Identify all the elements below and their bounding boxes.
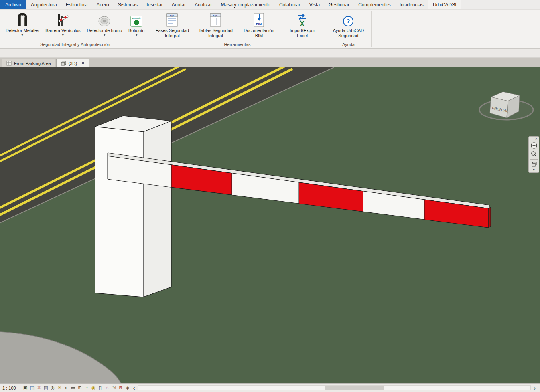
worksharing-display-icon[interactable]: ▣: [22, 384, 29, 391]
first-aid-kit-icon: BOTIQUÍN: [130, 12, 142, 28]
menu-tab-gestionar[interactable]: Gestionar: [324, 0, 354, 9]
ribbon-button-label: Barrera Vehículos: [45, 28, 80, 33]
temporary-view-properties-icon[interactable]: ▯: [97, 384, 104, 391]
barrier-pillar: [95, 116, 171, 297]
menu-tab-masa-y-emplazamiento[interactable]: Masa y emplazamiento: [217, 0, 275, 9]
menu-tab-sistemas[interactable]: Sistemas: [114, 0, 142, 9]
svg-text:BIM: BIM: [256, 22, 262, 26]
ribbon-group-caption: Ayuda: [327, 42, 370, 48]
3d-view-icon: [61, 61, 66, 66]
ribbon-button-documentacion-bim[interactable]: BIM Documentación BIM: [237, 11, 280, 42]
view-tab-from-parking-area[interactable]: From Parking Area: [2, 59, 55, 67]
ribbon: Detector Metales ▾: [0, 10, 540, 49]
close-hidden-windows-icon[interactable]: ✕: [36, 384, 43, 391]
svg-text:X: X: [300, 20, 305, 27]
view-tab-3d[interactable]: {3D} ✕: [56, 59, 89, 67]
scroll-left-icon[interactable]: ‹: [131, 385, 137, 391]
sys-document-icon: SyS: [166, 12, 178, 28]
detail-level-icon[interactable]: ▤: [43, 384, 49, 391]
file-tab[interactable]: Archivo: [0, 0, 26, 9]
ribbon-button-label: Documentación BIM: [240, 28, 277, 38]
3d-view-canvas[interactable]: FRONTAL: [0, 67, 540, 383]
temporary-hide-isolate-icon[interactable]: ◔: [83, 384, 90, 391]
dropdown-caret-icon[interactable]: ▾: [136, 34, 137, 37]
ribbon-button-label: Detector Metales: [6, 28, 39, 33]
ribbon-button-import-export-excel[interactable]: X Import/Expor Excel: [280, 11, 324, 42]
ribbon-group-ayuda: ? Ayuda UrbiCAD Seguridad Ayuda: [327, 10, 370, 48]
ribbon-button-tablas-seguridad-integral[interactable]: SyS Tablas Seguridad Integral: [194, 11, 237, 42]
reveal-constraints-icon[interactable]: ⊠: [118, 384, 124, 391]
dropdown-caret-icon[interactable]: ▾: [104, 34, 105, 37]
svg-text:BOTIQUÍN: BOTIQUÍN: [132, 17, 140, 19]
zoom-icon[interactable]: [531, 150, 537, 158]
ribbon-button-label: Botiquín: [128, 28, 144, 33]
sys-table-icon: SyS: [209, 12, 221, 28]
show-crop-region-icon[interactable]: ⊞: [77, 384, 83, 391]
svg-text:?: ?: [347, 18, 350, 24]
menu-tab-complementos[interactable]: Complementos: [354, 0, 395, 9]
ribbon-group-separator: [149, 11, 149, 47]
navigation-wheel-icon[interactable]: [530, 141, 538, 150]
view-tab-bar: From Parking Area {3D} ✕: [0, 58, 540, 67]
navbar-divider: [530, 159, 538, 160]
menu-tab-acero[interactable]: Acero: [92, 0, 113, 9]
crop-view-icon[interactable]: ▭: [70, 384, 77, 391]
ribbon-button-barrera-vehiculos[interactable]: Barrera Vehículos ▾: [42, 11, 83, 42]
metal-detector-icon: [17, 12, 28, 28]
dropdown-caret-icon[interactable]: ▾: [22, 34, 23, 37]
menu-tab-anotar[interactable]: Anotar: [167, 0, 190, 9]
reveal-hidden-elements-icon[interactable]: ◉: [90, 384, 97, 391]
show-analytical-model-icon[interactable]: ⌂: [104, 384, 111, 391]
ribbon-button-detector-metales[interactable]: Detector Metales ▾: [2, 11, 42, 42]
view-scale-button[interactable]: 1 : 100: [2, 386, 16, 390]
drawing-area[interactable]: FRONTAL ✕: [0, 67, 540, 383]
svg-text:SyS: SyS: [213, 14, 218, 17]
horizontal-scrollbar[interactable]: [138, 385, 531, 390]
menu-tab-analizar[interactable]: Analizar: [190, 0, 216, 9]
menu-tab-vista[interactable]: Vista: [305, 0, 324, 9]
ribbon-button-ayuda-urbicad[interactable]: ? Ayuda UrbiCAD Seguridad: [327, 11, 370, 42]
highlight-displacement-sets-icon[interactable]: ⇲: [111, 384, 118, 391]
menu-tab-colaborar[interactable]: Colaborar: [275, 0, 305, 9]
ribbon-group-caption: Seguridad Integral y Autoprotección: [2, 42, 148, 48]
ribbon-button-detector-de-humo[interactable]: Detector de humo ▾: [84, 11, 125, 42]
zoom-region-icon[interactable]: ◎: [49, 384, 56, 391]
visual-style-icon[interactable]: ◫: [29, 384, 36, 391]
view-tab-label: {3D}: [69, 61, 77, 66]
scroll-right-icon[interactable]: ›: [532, 385, 538, 391]
navigation-bar[interactable]: ✕ ▾: [528, 136, 539, 173]
shadows-icon[interactable]: ◐: [63, 384, 70, 391]
selection-toggle-icon[interactable]: ◈: [124, 384, 131, 391]
ribbon-group-separator: [325, 11, 325, 47]
ribbon-button-label: Import/Expor Excel: [284, 28, 321, 38]
scrollbar-thumb[interactable]: [325, 386, 384, 390]
ribbon-button-label: Fases Seguridad Integral: [154, 28, 191, 38]
navbar-close-icon[interactable]: ✕: [534, 137, 539, 141]
orbit-cube-icon[interactable]: [531, 161, 537, 168]
svg-text:SyS: SyS: [170, 14, 175, 17]
bim-document-icon: BIM: [253, 12, 265, 28]
menu-tab-arquitectura[interactable]: Arquitectura: [26, 0, 61, 9]
sun-path-icon[interactable]: ☀: [56, 384, 63, 391]
ribbon-group-separator: [371, 11, 372, 47]
view-control-bar: 1 : 100 ▣ ◫ ✕ ▤ ◎ ☀ ◐ ▭ ⊞ ◔ ◉ ▯ ⌂ ⇲ ⊠ ◈ …: [0, 383, 540, 392]
dropdown-caret-icon[interactable]: ▾: [62, 34, 64, 37]
ribbon-group-seguridad-integral: Detector Metales ▾: [2, 10, 148, 48]
revit-window: Archivo Arquitectura Estructura Acero Si…: [0, 0, 540, 392]
ribbon-button-botiquin[interactable]: BOTIQUÍN Botiquín ▾: [125, 11, 148, 42]
menu-tab-incidencias[interactable]: Incidencias: [395, 0, 428, 9]
ribbon-button-label: Detector de humo: [87, 28, 122, 33]
menu-tab-urbicadsi[interactable]: UrbiCADSI: [428, 0, 461, 9]
menu-tab-insertar[interactable]: Insertar: [142, 0, 167, 9]
options-bar: [0, 49, 540, 58]
ribbon-group-herramientas: SyS Fases Seguridad Integral: [150, 10, 324, 48]
menu-tab-estructura[interactable]: Estructura: [61, 0, 92, 9]
statusbar-divider: [20, 385, 20, 391]
ribbon-button-label: Tablas Seguridad Integral: [197, 28, 234, 38]
close-view-icon[interactable]: ✕: [81, 61, 85, 66]
ribbon-group-caption: Herramientas: [150, 42, 324, 48]
ribbon-button-fases-seguridad-integral[interactable]: SyS Fases Seguridad Integral: [150, 11, 194, 42]
navbar-expand-icon[interactable]: ▾: [533, 168, 534, 172]
view-tab-label: From Parking Area: [14, 61, 51, 66]
ribbon-tab-bar: Archivo Arquitectura Estructura Acero Si…: [0, 0, 540, 10]
